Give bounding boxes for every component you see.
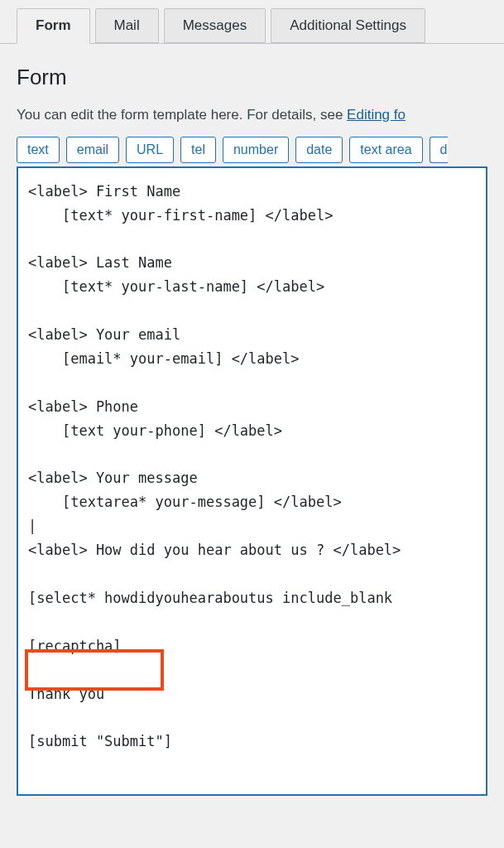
tag-btn-text[interactable]: text	[17, 137, 60, 163]
tag-btn-textarea[interactable]: text area	[349, 137, 422, 163]
form-editor-wrap	[17, 166, 487, 796]
tag-generator-row: text email URL tel number date text area…	[17, 137, 487, 163]
tab-additional-settings[interactable]: Additional Settings	[271, 8, 425, 43]
tag-btn-number[interactable]: number	[223, 137, 289, 163]
tag-btn-email[interactable]: email	[66, 137, 119, 163]
tabs-nav: Form Mail Messages Additional Settings	[0, 0, 504, 44]
tab-form[interactable]: Form	[17, 8, 90, 44]
form-panel: Form You can edit the form template here…	[0, 44, 504, 796]
tag-btn-url[interactable]: URL	[126, 137, 174, 163]
panel-help-text: You can edit the form template here. For…	[17, 105, 487, 125]
tab-mail[interactable]: Mail	[95, 8, 159, 43]
tab-messages[interactable]: Messages	[164, 8, 266, 43]
tag-btn-date[interactable]: date	[295, 137, 343, 163]
tag-btn-partial[interactable]: d	[430, 137, 448, 163]
form-template-editor[interactable]	[18, 168, 486, 794]
panel-heading: Form	[17, 65, 487, 90]
help-link-editing[interactable]: Editing fo	[347, 107, 406, 123]
help-prefix: You can edit the form template here. For…	[17, 107, 347, 123]
tag-btn-tel[interactable]: tel	[180, 137, 216, 163]
